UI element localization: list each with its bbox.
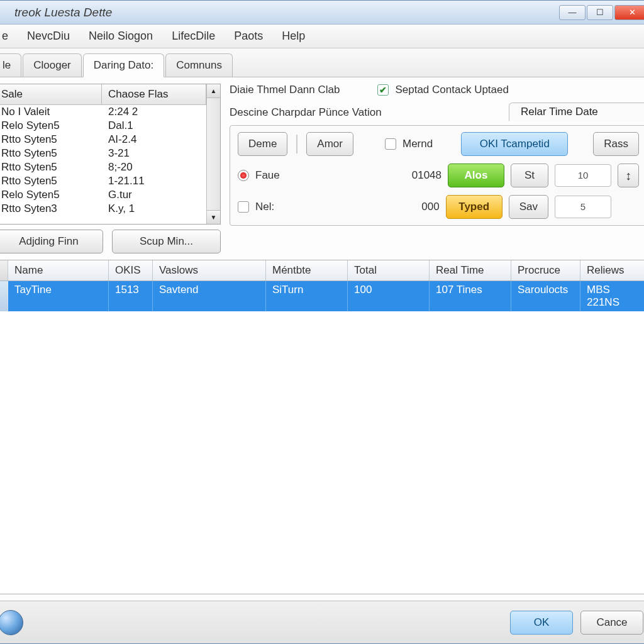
list-cell[interactable]: Rtto Syten3 — [0, 202, 102, 216]
scroll-up-icon[interactable]: ▲ — [207, 84, 220, 98]
cell[interactable]: 107 Tines — [430, 281, 511, 311]
checkbox-label: Mernd — [402, 138, 433, 150]
tab[interactable]: Comnuns — [165, 53, 233, 77]
col-header[interactable]: OKIS — [109, 260, 153, 280]
top-label: Diaie Thmel Dann Clab — [230, 84, 340, 96]
menu-item[interactable]: Paots — [225, 27, 272, 45]
radio-faue[interactable] — [238, 170, 249, 181]
list-cell[interactable]: Rtto Syten5 — [0, 174, 102, 188]
list-cell[interactable]: 1-21.11 — [102, 174, 206, 188]
col-header[interactable]: Total — [348, 260, 430, 280]
checkbox-label: Septad Contack Uptaed — [395, 84, 509, 96]
sav-button[interactable]: Sav — [509, 195, 548, 219]
list-cell[interactable]: Rtto Syten5 — [0, 147, 102, 160]
cancel-button[interactable]: Cance — [580, 611, 643, 635]
cell[interactable]: Savtend — [153, 281, 266, 311]
list-header[interactable]: Sale — [0, 84, 102, 104]
cell[interactable]: MBS 221NS — [580, 281, 644, 311]
row-selector-header[interactable] — [0, 260, 8, 280]
checkbox-nel[interactable] — [238, 201, 249, 213]
tab[interactable]: le — [0, 53, 21, 77]
close-button[interactable]: ✕ — [614, 5, 644, 20]
checkbox-label: Nel: — [255, 201, 274, 213]
left-listview[interactable]: Sale Chaose Flas No I Valeit2:24 2 Relo … — [0, 84, 221, 225]
desc-label: Descine Charpdar Pünce Vation — [230, 106, 382, 119]
window-title: treok Luesta Dette — [0, 6, 559, 19]
spinner-icon[interactable]: ↕ — [618, 164, 639, 187]
col-header[interactable]: Name — [8, 260, 109, 280]
cell[interactable]: 100 — [348, 281, 430, 311]
tab[interactable]: Clooger — [23, 53, 82, 77]
list-body[interactable]: No I Valeit2:24 2 Relo Syten5Dal.1 Rtto … — [0, 105, 206, 224]
tab-active[interactable]: Daring Dato: — [83, 53, 164, 77]
spin-box[interactable]: 5 — [555, 196, 611, 218]
amor-button[interactable]: Amor — [306, 132, 353, 156]
oki-button[interactable]: OKI Tcampetid — [461, 132, 568, 156]
cell[interactable]: Saroulocts — [511, 281, 580, 311]
panel-tab[interactable]: Relar Time Date — [509, 103, 644, 121]
value-display: 000 — [402, 201, 440, 213]
menu-item[interactable]: LifecDile — [163, 27, 224, 45]
col-header[interactable]: Vaslows — [153, 260, 266, 280]
col-header[interactable]: Real Time — [430, 260, 511, 280]
list-cell[interactable]: Relo Syten5 — [0, 188, 102, 202]
list-cell[interactable]: Rtto Syten5 — [0, 160, 102, 174]
ok-button[interactable]: OK — [510, 611, 573, 635]
content-area: Sale Chaose Flas No I Valeit2:24 2 Relo … — [0, 77, 644, 601]
orb-icon — [0, 610, 23, 635]
control-panel: Deme Amor Mernd OKI Tcampetid Rass Faue — [230, 125, 644, 226]
menu-item-help[interactable]: Help — [273, 27, 314, 45]
table-row[interactable]: TayTine 1513 Savtend SiTurn 100 107 Tine… — [0, 281, 644, 311]
cell[interactable]: SiTurn — [266, 281, 348, 311]
typed-button[interactable]: Typed — [446, 195, 502, 219]
list-cell[interactable]: 2:24 2 — [102, 105, 206, 119]
list-cell[interactable]: 8;-20 — [102, 160, 206, 174]
titlebar: treok Luesta Dette — ☐ ✕ — [0, 1, 644, 25]
spin-box[interactable]: 10 — [555, 164, 611, 187]
radio-label: Faue — [255, 169, 280, 182]
alos-button[interactable]: Alos — [448, 164, 504, 187]
tabstrip: le Clooger Daring Dato: Comnuns — [0, 48, 644, 77]
checkbox-mernd[interactable] — [385, 138, 396, 150]
rass-button[interactable]: Rass — [593, 132, 639, 156]
adjding-button[interactable]: Adjding Finn — [0, 230, 103, 253]
scrollbar-vertical[interactable]: ▲ ▼ — [206, 84, 220, 224]
st-button[interactable]: St — [511, 164, 548, 187]
list-cell[interactable]: Relo Syten5 — [0, 119, 102, 133]
list-cell[interactable]: G.tur — [102, 188, 206, 202]
menubar: e NevcDiu Neilo Siogon LifecDile Paots H… — [0, 25, 644, 48]
data-grid[interactable]: Name OKIS Vaslows Méntbte Total Real Tim… — [0, 260, 644, 594]
row-selector[interactable] — [0, 281, 8, 311]
maximize-button[interactable]: ☐ — [587, 5, 613, 20]
scup-button[interactable]: Scup Min... — [112, 230, 221, 253]
cell[interactable]: 1513 — [109, 281, 153, 311]
list-cell[interactable]: Dal.1 — [102, 119, 206, 133]
list-header[interactable]: Chaose Flas — [102, 84, 206, 104]
col-header[interactable]: Procruce — [511, 260, 580, 280]
list-cell[interactable]: AI-2.4 — [102, 133, 206, 147]
list-cell[interactable]: 3-21 — [102, 147, 206, 160]
list-cell[interactable]: Rtto Syten5 — [0, 133, 102, 147]
list-cell[interactable]: K.y, 1 — [102, 202, 206, 216]
deme-button[interactable]: Deme — [238, 132, 287, 156]
list-cell[interactable]: No I Valeit — [0, 105, 102, 119]
col-header[interactable]: Reliews — [580, 260, 644, 280]
value-display: 01048 — [404, 169, 441, 182]
menu-item[interactable]: e — [0, 27, 17, 45]
checkbox-septad[interactable]: ✔ — [377, 84, 389, 96]
scroll-down-icon[interactable]: ▼ — [207, 210, 220, 224]
minimize-button[interactable]: — — [559, 5, 586, 20]
menu-item[interactable]: Neilo Siogon — [80, 27, 162, 45]
app-window: treok Luesta Dette — ☐ ✕ e NevcDiu Neilo… — [0, 0, 644, 644]
cell[interactable]: TayTine — [8, 281, 109, 311]
col-header[interactable]: Méntbte — [266, 260, 348, 280]
footer: OK Cance — [0, 601, 644, 643]
menu-item[interactable]: NevcDiu — [18, 27, 79, 45]
